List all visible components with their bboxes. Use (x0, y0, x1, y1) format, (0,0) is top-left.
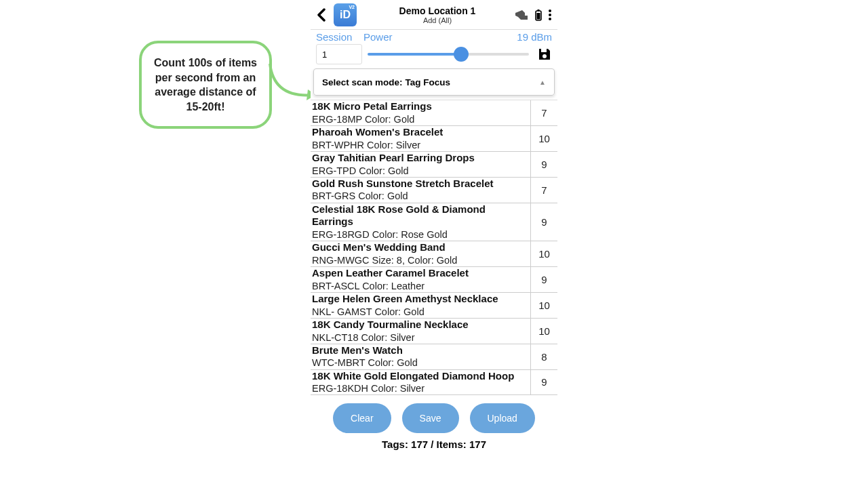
power-slider[interactable] (368, 44, 529, 64)
chevron-left-icon (316, 8, 327, 22)
svg-point-7 (542, 54, 547, 58)
item-count: 9 (530, 203, 557, 241)
svg-rect-1 (538, 9, 540, 12)
power-value: 19 dBm (517, 31, 552, 43)
save-icon[interactable] (537, 47, 552, 62)
battery-icon (534, 9, 542, 21)
marketing-callout: Count 100s of items per second from an a… (139, 41, 272, 129)
save-button[interactable]: Save (402, 403, 459, 433)
item-sub: RNG-MWGC Size: 8, Color: Gold (312, 254, 528, 266)
dropdown-value: Tag Focus (406, 77, 451, 87)
item-name: Gold Rush Sunstone Stretch Bracelet (312, 178, 528, 190)
item-count: 10 (530, 241, 557, 266)
item-name: 18K Micro Petal Earrings (312, 100, 528, 113)
app-screen: iDV2 Demo Location 1 Add (All) Session P… (311, 0, 557, 488)
list-item[interactable]: Gold Rush Sunstone Stretch BraceletBRT-G… (311, 178, 557, 203)
list-item[interactable]: Pharoah Women's BraceletBRT-WPHR Color: … (311, 126, 557, 152)
scanner-icon[interactable] (514, 9, 529, 21)
power-label: Power (363, 31, 517, 43)
app-header: iDV2 Demo Location 1 Add (All) (311, 0, 557, 30)
svg-point-5 (549, 18, 551, 20)
svg-point-3 (549, 9, 551, 12)
item-count: 7 (530, 100, 557, 125)
item-sub: BRT-ASCL Color: Leather (312, 280, 528, 292)
svg-rect-6 (541, 49, 547, 52)
item-name: Gucci Men's Wedding Band (312, 241, 528, 254)
item-count: 9 (530, 152, 557, 177)
svg-rect-2 (537, 13, 540, 20)
session-label: Session (316, 31, 363, 43)
item-sub: ERG-18RGD Color: Rose Gold (312, 228, 528, 241)
item-name: Large Helen Green Amethyst Necklace (312, 293, 528, 306)
action-button-row: Clear Save Upload (311, 403, 557, 433)
list-item[interactable]: Gray Tahitian Pearl Earring DropsERG-TPD… (311, 152, 557, 178)
list-item[interactable]: Brute Men's WatchWTC-MBRT Color: Gold8 (311, 344, 557, 370)
session-input[interactable] (316, 44, 362, 64)
list-item[interactable]: Aspen Leather Caramel BraceletBRT-ASCL C… (311, 267, 557, 293)
item-count: 9 (530, 267, 557, 292)
item-sub: BRT-GRS Color: Gold (312, 190, 528, 202)
list-item[interactable]: Gucci Men's Wedding BandRNG-MWGC Size: 8… (311, 241, 557, 267)
item-sub: ERG-18MP Color: Gold (312, 113, 528, 125)
item-count: 8 (530, 344, 557, 369)
list-item[interactable]: Large Helen Green Amethyst NecklaceNKL- … (311, 293, 557, 319)
more-menu-icon[interactable] (548, 9, 552, 21)
list-item[interactable]: 18K Micro Petal EarringsERG-18MP Color: … (311, 100, 557, 126)
item-sub: NKL- GAMST Color: Gold (312, 306, 528, 318)
list-item[interactable]: 18K Candy Tourmaline NecklaceNKL-CT18 Co… (311, 319, 557, 344)
item-sub: ERG-TPD Color: Gold (312, 165, 528, 177)
scan-mode-dropdown[interactable]: Select scan mode: Tag Focus ▲ (313, 68, 555, 96)
clear-button[interactable]: Clear (333, 403, 391, 433)
item-count: 9 (530, 370, 557, 395)
item-name: Pharoah Women's Bracelet (312, 126, 528, 139)
item-sub: BRT-WPHR Color: Silver (312, 139, 528, 151)
list-item[interactable]: 18K White Gold Elongated Diamond HoopERG… (311, 370, 557, 396)
item-name: Celestial 18K Rose Gold & Diamond Earrin… (312, 203, 528, 229)
item-sub: WTC-MBRT Color: Gold (312, 357, 528, 369)
upload-button[interactable]: Upload (470, 403, 535, 433)
item-count: 10 (530, 319, 557, 344)
footer-summary: Tags: 177 / Items: 177 (311, 439, 557, 450)
dropdown-arrow-icon: ▲ (539, 79, 546, 86)
list-item[interactable]: Celestial 18K Rose Gold & Diamond Earrin… (311, 203, 557, 242)
app-logo: iDV2 (334, 3, 357, 26)
mode-subtitle: Add (All) (361, 16, 514, 24)
item-count: 7 (530, 178, 557, 203)
controls-panel: Session Power 19 dBm (311, 30, 557, 64)
item-name: Gray Tahitian Pearl Earring Drops (312, 152, 528, 165)
item-list: 18K Micro Petal EarringsERG-18MP Color: … (311, 100, 557, 395)
dropdown-label: Select scan mode: (322, 77, 403, 87)
item-name: 18K White Gold Elongated Diamond Hoop (312, 370, 528, 383)
svg-point-4 (549, 14, 551, 16)
item-name: 18K Candy Tourmaline Necklace (312, 319, 528, 331)
back-button[interactable] (313, 8, 330, 22)
location-title: Demo Location 1 (361, 5, 514, 16)
item-name: Aspen Leather Caramel Bracelet (312, 267, 528, 280)
item-sub: ERG-18KDH Color: Silver (312, 382, 528, 394)
item-count: 10 (530, 126, 557, 151)
item-name: Brute Men's Watch (312, 344, 528, 357)
item-count: 10 (530, 293, 557, 318)
item-sub: NKL-CT18 Color: Silver (312, 331, 528, 344)
header-title-block: Demo Location 1 Add (All) (361, 5, 514, 24)
